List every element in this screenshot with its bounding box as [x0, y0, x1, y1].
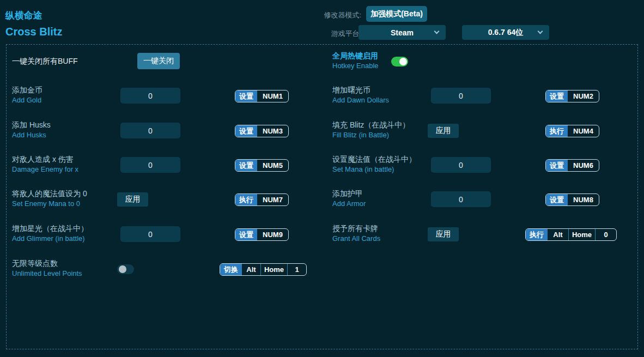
add-husks-hotkey[interactable]: 设置 NUM3: [235, 125, 289, 137]
add-dawn-dollars-hotkey[interactable]: 设置 NUM2: [545, 90, 599, 102]
app-title-cn: 纵横命途: [5, 9, 42, 22]
grant-all-cards-apply-button[interactable]: 应用: [428, 227, 459, 241]
add-glimmer-input[interactable]: [120, 226, 180, 242]
hotkey-enable-label-en: Hotkey Enable: [332, 61, 379, 71]
hotkey-enable-label-cn: 全局热键启用: [332, 51, 379, 61]
set-enemy-mana-zero-label: 将敌人的魔法值设为 0 Set Enemy Mana to 0: [12, 189, 87, 209]
hotkey-enable-toggle[interactable]: [391, 57, 408, 66]
hotkey-action-chip: 设置: [235, 229, 257, 240]
set-mana-label: 设置魔法值（在战斗中） Set Mana (in battle): [332, 154, 416, 174]
mode-label: 修改器模式:: [318, 10, 361, 20]
set-mana-hotkey[interactable]: 设置 NUM6: [545, 159, 599, 172]
platform-label: 游戏平台:: [318, 29, 361, 39]
hotkey-action-chip: 切换: [220, 264, 242, 275]
chevron-down-icon: [434, 29, 440, 34]
app-title-en: Cross Blitz: [5, 26, 62, 38]
chevron-down-icon: [538, 29, 543, 34]
fill-blitz-label-cn: 填充 Blitz（在战斗中）: [332, 120, 410, 130]
hotkey-key: Home: [260, 264, 287, 275]
add-husks-label-cn: 添加 Husks: [12, 120, 51, 130]
fill-blitz-label: 填充 Blitz（在战斗中） Fill Blitz (in Battle): [332, 120, 410, 140]
version-select[interactable]: 0.6.7 64位: [462, 25, 549, 40]
hotkey-key: Home: [568, 229, 595, 240]
hotkey-action-chip: 设置: [235, 125, 257, 137]
add-dawn-dollars-label-cn: 增加曙光币: [332, 85, 389, 95]
add-glimmer-hotkey[interactable]: 设置 NUM9: [235, 228, 289, 241]
add-armor-input[interactable]: [431, 191, 491, 207]
close-all-buff-button[interactable]: 一键关闭: [137, 53, 180, 69]
add-armor-label: 添加护甲 Add Armor: [332, 189, 366, 209]
hotkey-key: NUM6: [568, 160, 599, 171]
hotkey-key: NUM8: [568, 194, 599, 205]
cheats-panel: [6, 44, 638, 349]
set-enemy-mana-zero-hotkey[interactable]: 执行 NUM7: [235, 193, 289, 206]
damage-enemy-hotkey[interactable]: 设置 NUM5: [235, 159, 289, 172]
damage-enemy-label-cn: 对敌人造成 x 伤害: [12, 154, 78, 165]
grant-all-cards-label-cn: 授予所有卡牌: [332, 223, 380, 234]
damage-enemy-label-en: Damage Enemy for x: [12, 165, 78, 174]
hotkey-key: NUM3: [257, 125, 288, 137]
hotkey-action-chip: 设置: [546, 90, 568, 102]
damage-enemy-input[interactable]: [120, 157, 180, 173]
add-dawn-dollars-input[interactable]: [431, 88, 491, 104]
add-glimmer-label: 增加星光（在战斗中） Add Glimmer (in battle): [12, 223, 88, 244]
close-all-buff-label: 一键关闭所有BUFF: [12, 56, 78, 66]
hotkey-key: NUM7: [257, 194, 288, 205]
toggle-knob: [119, 265, 126, 273]
add-gold-label: 添加金币 Add Gold: [12, 85, 42, 105]
add-armor-hotkey[interactable]: 设置 NUM8: [545, 193, 599, 206]
hotkey-key: NUM1: [257, 90, 288, 102]
add-glimmer-label-en: Add Glimmer (in battle): [12, 234, 88, 244]
fill-blitz-apply-button[interactable]: 应用: [428, 124, 459, 138]
hotkey-action-chip: 设置: [546, 194, 568, 205]
add-gold-input[interactable]: [120, 88, 180, 104]
set-enemy-mana-zero-label-cn: 将敌人的魔法值设为 0: [12, 189, 87, 199]
set-mana-label-cn: 设置魔法值（在战斗中）: [332, 154, 416, 165]
add-husks-input[interactable]: [120, 123, 180, 138]
mode-button[interactable]: 加强模式(Beta): [366, 6, 427, 22]
unlimited-level-points-label-en: Unlimited Level Points: [12, 269, 82, 279]
hotkey-action-chip: 执行: [546, 125, 568, 137]
grant-all-cards-label: 授予所有卡牌 Grant All Cards: [332, 223, 380, 244]
hotkey-key: NUM2: [568, 90, 599, 102]
add-glimmer-label-cn: 增加星光（在战斗中）: [12, 223, 88, 234]
set-mana-label-en: Set Mana (in battle): [332, 165, 416, 174]
platform-select[interactable]: Steam: [359, 25, 446, 40]
toggle-knob: [399, 58, 407, 65]
hotkey-key: Alt: [548, 229, 568, 240]
add-armor-label-cn: 添加护甲: [332, 189, 366, 199]
hotkey-key: 1: [287, 264, 306, 275]
hotkey-key: NUM4: [568, 125, 599, 137]
grant-all-cards-hotkey[interactable]: 执行 Alt Home 0: [525, 228, 617, 241]
damage-enemy-label: 对敌人造成 x 伤害 Damage Enemy for x: [12, 154, 78, 174]
hotkey-action-chip: 设置: [235, 160, 257, 171]
hotkey-action-chip: 设置: [546, 160, 568, 171]
hotkey-key: Alt: [242, 264, 260, 275]
set-enemy-mana-zero-apply-button[interactable]: 应用: [117, 192, 148, 207]
add-husks-label-en: Add Husks: [12, 130, 51, 140]
add-husks-label: 添加 Husks Add Husks: [12, 120, 51, 140]
grant-all-cards-label-en: Grant All Cards: [332, 234, 380, 244]
version-value: 0.6.7 64位: [488, 28, 524, 38]
add-armor-label-en: Add Armor: [332, 199, 366, 209]
hotkey-action-chip: 设置: [235, 90, 257, 102]
unlimited-level-points-label: 无限等级点数 Unlimited Level Points: [12, 258, 82, 279]
hotkey-action-chip: 执行: [235, 194, 257, 205]
add-gold-label-en: Add Gold: [12, 95, 42, 105]
hotkey-key: NUM5: [257, 160, 288, 171]
fill-blitz-hotkey[interactable]: 执行 NUM4: [545, 125, 599, 137]
unlimited-level-points-label-cn: 无限等级点数: [12, 258, 82, 269]
set-enemy-mana-zero-label-en: Set Enemy Mana to 0: [12, 199, 87, 209]
platform-value: Steam: [391, 28, 414, 37]
hotkey-key: 0: [595, 229, 616, 240]
hotkey-enable-label: 全局热键启用 Hotkey Enable: [332, 51, 379, 71]
unlimited-level-points-toggle[interactable]: [117, 264, 134, 274]
add-gold-hotkey[interactable]: 设置 NUM1: [235, 90, 289, 102]
hotkey-action-chip: 执行: [526, 229, 548, 240]
add-gold-label-cn: 添加金币: [12, 85, 42, 95]
set-mana-input[interactable]: [431, 157, 491, 173]
unlimited-level-points-hotkey[interactable]: 切换 Alt Home 1: [220, 263, 307, 276]
hotkey-key: NUM9: [257, 229, 288, 240]
fill-blitz-label-en: Fill Blitz (in Battle): [332, 130, 410, 140]
add-dawn-dollars-label-en: Add Dawn Dollars: [332, 95, 389, 105]
